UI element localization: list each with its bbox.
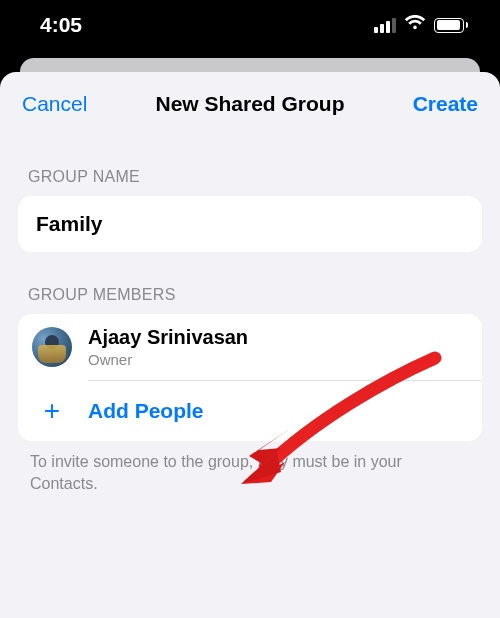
owner-role: Owner [88,351,248,368]
create-button[interactable]: Create [413,92,478,116]
status-icons [374,15,468,35]
group-name-card [18,196,482,252]
page-title: New Shared Group [155,92,344,116]
group-members-header: GROUP MEMBERS [18,252,482,314]
avatar [32,327,72,367]
status-bar: 4:05 [0,0,500,58]
cellular-signal-icon [374,18,396,33]
owner-name: Ajaay Srinivasan [88,326,248,349]
add-people-button[interactable]: + Add People [18,381,482,441]
add-people-label: Add People [88,399,204,423]
group-name-section: GROUP NAME [0,134,500,252]
new-shared-group-sheet: Cancel New Shared Group Create GROUP NAM… [0,72,500,618]
wifi-icon [404,15,426,35]
plus-icon: + [38,397,66,425]
group-members-card: Ajaay Srinivasan Owner + Add People [18,314,482,441]
battery-icon [434,18,468,33]
group-members-section: GROUP MEMBERS Ajaay Srinivasan Owner + A… [0,252,500,494]
group-name-input[interactable] [36,212,464,236]
group-name-header: GROUP NAME [18,134,482,196]
cancel-button[interactable]: Cancel [22,92,87,116]
status-time: 4:05 [40,13,82,37]
footer-hint: To invite someone to the group, they mus… [18,441,482,494]
nav-bar: Cancel New Shared Group Create [0,72,500,134]
owner-row: Ajaay Srinivasan Owner [18,314,482,380]
